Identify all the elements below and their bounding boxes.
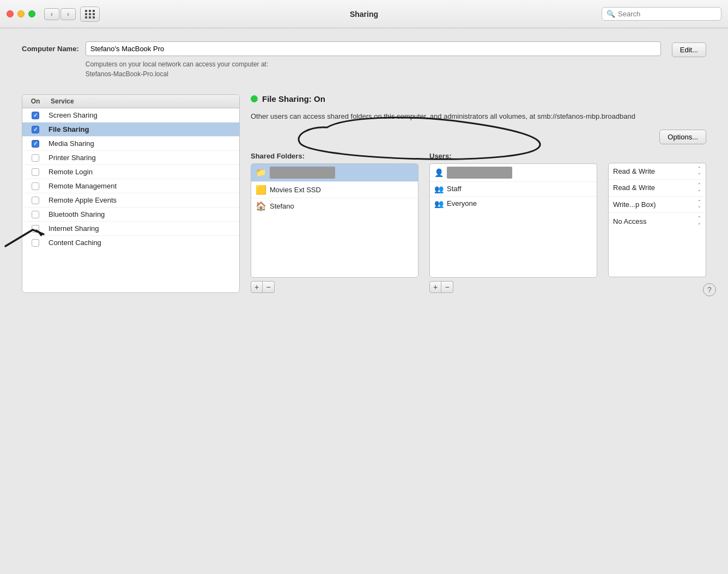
service-row-internet-sharing[interactable]: Internet Sharing: [22, 222, 239, 236]
list-item-redacted-user[interactable]: 👤: [430, 164, 597, 182]
file-sharing-checkbox[interactable]: [32, 126, 39, 133]
local-address-text: Computers on your local network can acce…: [86, 59, 661, 79]
media-sharing-label: Media Sharing: [48, 139, 239, 148]
computer-name-row: Computer Name: Computers on your local n…: [22, 41, 706, 79]
movies-ssd-icon: 🟨: [256, 185, 266, 195]
service-row-remote-apple-events[interactable]: Remote Apple Events: [22, 193, 239, 207]
title-bar: ‹ › Sharing 🔍: [0, 0, 728, 28]
perm-label-1: Read & Write: [613, 167, 655, 175]
printer-sharing-label: Printer Sharing: [48, 154, 239, 162]
perm-stepper-4[interactable]: ⌃⌄: [697, 216, 701, 226]
remove-folder-button[interactable]: −: [263, 281, 275, 293]
remote-apple-events-label: Remote Apple Events: [48, 196, 239, 204]
computer-name-label: Computer Name:: [22, 41, 79, 53]
folders-users-section: Shared Folders: 📁 🟨 Movies Ext SSD: [251, 152, 706, 293]
file-sharing-status-label: File Sharing: On: [262, 94, 325, 103]
internet-sharing-checkbox[interactable]: [32, 225, 39, 233]
options-button[interactable]: Options...: [659, 130, 706, 144]
internet-sharing-label: Internet Sharing: [48, 224, 239, 233]
add-folder-button[interactable]: +: [251, 281, 263, 293]
options-btn-row: Options...: [251, 130, 706, 144]
back-button[interactable]: ‹: [44, 8, 59, 20]
remote-apple-events-checkbox[interactable]: [32, 197, 39, 204]
app-grid-button[interactable]: [80, 7, 100, 22]
service-row-screen-sharing[interactable]: Screen Sharing: [22, 108, 239, 123]
services-list-container: On Service Screen Sharing File Sharing: [22, 94, 240, 293]
bluetooth-sharing-checkbox[interactable]: [32, 211, 39, 218]
search-input[interactable]: [618, 10, 717, 18]
forward-button[interactable]: ›: [60, 8, 76, 20]
header-on: On: [22, 97, 48, 105]
checkbox-cell: [22, 211, 48, 218]
users-add-remove: + −: [429, 281, 597, 293]
computer-name-section: Computers on your local network can acce…: [86, 41, 661, 79]
status-dot-green: [251, 95, 258, 102]
checkbox-cell: [22, 112, 48, 119]
staff-icon: 👥: [434, 185, 444, 193]
staff-label: Staff: [447, 185, 462, 193]
checkbox-cell: [22, 154, 48, 162]
permissions-column: Read & Write ⌃⌄ Read & Write ⌃⌄ Write...…: [608, 152, 706, 293]
remove-user-button[interactable]: −: [441, 281, 453, 293]
list-item-staff[interactable]: 👥 Staff: [430, 182, 597, 197]
bluetooth-sharing-label: Bluetooth Sharing: [48, 210, 239, 218]
help-button[interactable]: ?: [703, 283, 716, 296]
perm-stepper-2[interactable]: ⌃⌄: [697, 183, 701, 193]
file-sharing-label: File Sharing: [48, 125, 239, 133]
details-panel: File Sharing: On Other users can access …: [251, 94, 706, 293]
permissions-box: Read & Write ⌃⌄ Read & Write ⌃⌄ Write...…: [608, 163, 706, 277]
perm-label-2: Read & Write: [613, 184, 655, 192]
service-row-printer-sharing[interactable]: Printer Sharing: [22, 151, 239, 165]
redacted-user-name: [447, 167, 512, 179]
services-panel: On Service Screen Sharing File Sharing: [22, 94, 706, 293]
checkbox-cell: [22, 182, 48, 190]
users-list: 👤 👥 Staff 👥 Everyone: [429, 163, 597, 278]
user-icon: 👤: [434, 168, 444, 177]
search-icon: 🔍: [606, 10, 615, 18]
stefano-icon: 🏠: [256, 201, 266, 211]
service-row-bluetooth-sharing[interactable]: Bluetooth Sharing: [22, 207, 239, 222]
movies-ssd-label: Movies Ext SSD: [270, 186, 321, 194]
content-caching-label: Content Caching: [48, 239, 239, 247]
list-item-everyone[interactable]: 👥 Everyone: [430, 197, 597, 211]
close-button[interactable]: [7, 10, 14, 17]
minimize-button[interactable]: [17, 10, 25, 17]
edit-button[interactable]: Edit...: [672, 42, 706, 57]
service-row-content-caching[interactable]: Content Caching: [22, 236, 239, 249]
add-user-button[interactable]: +: [429, 281, 441, 293]
content-caching-checkbox[interactable]: [32, 239, 39, 247]
list-item-stefano[interactable]: 🏠 Stefano: [251, 198, 418, 214]
list-item-movies-ssd[interactable]: 🟨 Movies Ext SSD: [251, 182, 418, 198]
perm-row-1: Read & Write ⌃⌄: [609, 163, 706, 180]
header-service: Service: [48, 97, 239, 105]
stefano-label: Stefano: [270, 202, 294, 210]
computer-name-input[interactable]: [86, 41, 661, 56]
perm-stepper-3[interactable]: ⌃⌄: [697, 200, 701, 210]
list-item-redacted-folder[interactable]: 📁: [251, 164, 418, 182]
screen-sharing-label: Screen Sharing: [48, 111, 239, 119]
checkbox-cell: [22, 140, 48, 148]
redacted-folder-name: [270, 167, 335, 179]
service-row-remote-management[interactable]: Remote Management: [22, 179, 239, 193]
maximize-button[interactable]: [28, 10, 35, 17]
checkbox-cell: [22, 197, 48, 204]
main-content: Computer Name: Computers on your local n…: [0, 28, 728, 306]
folder-icon: 📁: [256, 167, 266, 178]
screen-sharing-checkbox[interactable]: [32, 112, 39, 119]
everyone-icon: 👥: [434, 199, 444, 208]
service-row-remote-login[interactable]: Remote Login: [22, 165, 239, 179]
grid-icon: [85, 10, 95, 19]
search-bar: 🔍: [602, 7, 721, 21]
description-area: Other users can access shared folders on…: [251, 111, 706, 122]
remote-management-checkbox[interactable]: [32, 182, 39, 190]
printer-sharing-checkbox[interactable]: [32, 154, 39, 162]
users-label: Users:: [429, 152, 597, 160]
perm-row-3: Write...p Box) ⌃⌄: [609, 197, 706, 213]
media-sharing-checkbox[interactable]: [32, 140, 39, 148]
perm-stepper-1[interactable]: ⌃⌄: [697, 167, 701, 176]
service-row-file-sharing[interactable]: File Sharing: [22, 123, 239, 137]
services-header: On Service: [22, 95, 239, 108]
remote-login-checkbox[interactable]: [32, 168, 39, 176]
service-row-media-sharing[interactable]: Media Sharing: [22, 137, 239, 151]
checkbox-cell: [22, 126, 48, 133]
